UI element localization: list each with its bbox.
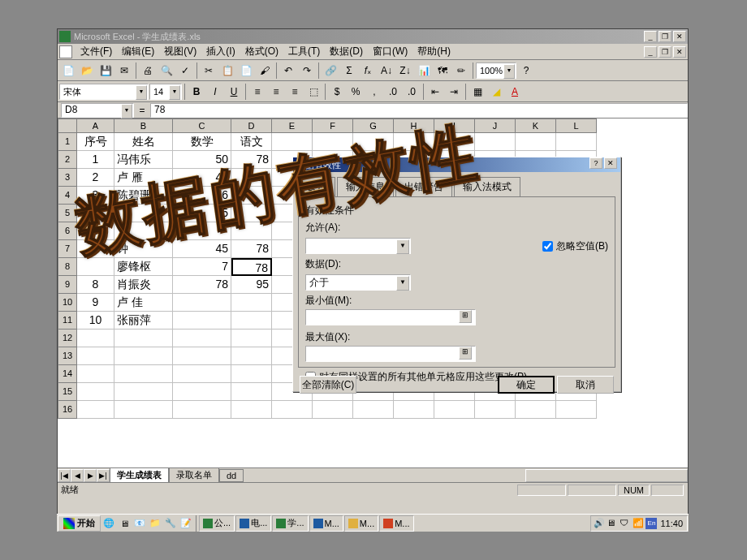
cell[interactable]: 3 <box>77 187 114 205</box>
header-cell[interactable]: 数学 <box>173 133 231 151</box>
font-color-button[interactable]: A <box>506 83 524 101</box>
align-center-button[interactable]: ≡ <box>267 83 285 101</box>
cell[interactable]: 陈碧珊 <box>114 187 173 205</box>
ok-button[interactable]: 确定 <box>498 376 555 394</box>
print-button[interactable]: 🖨 <box>139 62 157 80</box>
menu-insert[interactable]: 插入(I) <box>201 43 240 60</box>
cell[interactable]: 85 <box>173 205 231 222</box>
data-combo[interactable]: 介于 <box>305 274 411 291</box>
paste-button[interactable]: 📄 <box>237 62 255 80</box>
taskbar-task[interactable]: 学... <box>272 515 308 532</box>
comma-button[interactable]: , <box>365 83 383 101</box>
align-left-button[interactable]: ≡ <box>248 83 266 101</box>
cell[interactable] <box>475 401 516 419</box>
autosum-button[interactable]: Σ <box>340 62 358 80</box>
formula-bar[interactable]: 78 <box>150 103 688 118</box>
cell[interactable] <box>173 347 231 365</box>
col-header-C[interactable]: C <box>173 118 231 133</box>
cell[interactable]: 56 <box>173 187 231 205</box>
mail-button[interactable]: ✉ <box>115 62 133 80</box>
cell[interactable] <box>114 222 173 240</box>
menu-view[interactable]: 视图(V) <box>159 43 201 60</box>
max-input[interactable]: ⊞ <box>305 346 476 362</box>
chart-button[interactable]: 📊 <box>415 62 433 80</box>
col-header-I[interactable]: I <box>434 118 475 133</box>
col-header-E[interactable]: E <box>272 118 313 133</box>
cell[interactable] <box>173 294 231 312</box>
borders-button[interactable]: ▦ <box>468 83 486 101</box>
row-header[interactable]: 13 <box>58 347 77 365</box>
cell[interactable] <box>173 401 231 419</box>
minimize-button[interactable]: _ <box>644 31 657 42</box>
cell[interactable] <box>394 401 434 419</box>
fontsize-combo[interactable]: 14 <box>149 84 182 100</box>
cell[interactable]: 9 <box>77 294 114 312</box>
format-painter-button[interactable]: 🖌 <box>256 62 274 80</box>
tab-error-alert[interactable]: 出错警告 <box>395 177 452 196</box>
cell[interactable] <box>434 401 475 419</box>
cell[interactable]: 45 <box>173 169 231 187</box>
cell[interactable] <box>475 133 516 151</box>
percent-button[interactable]: % <box>347 83 365 101</box>
cell[interactable] <box>313 133 353 151</box>
menu-file[interactable]: 文件(F) <box>76 43 117 60</box>
quicklaunch-6[interactable]: 📝 <box>179 516 193 531</box>
cell[interactable] <box>77 330 114 347</box>
col-header-G[interactable]: G <box>353 118 394 133</box>
row-header[interactable]: 14 <box>58 365 77 383</box>
bold-button[interactable]: B <box>188 83 205 101</box>
row-header[interactable]: 8 <box>58 258 77 276</box>
tray-icon-2[interactable]: 🖥 <box>607 518 618 529</box>
row-header[interactable]: 9 <box>58 276 77 294</box>
col-header-K[interactable]: K <box>516 118 556 133</box>
cell[interactable] <box>556 133 597 151</box>
cell[interactable]: 廖锋枢 <box>114 258 173 276</box>
cell[interactable] <box>114 365 173 383</box>
cell[interactable] <box>231 401 272 419</box>
row-header[interactable]: 12 <box>58 330 77 347</box>
quicklaunch-5[interactable]: 🔧 <box>163 516 178 531</box>
cell[interactable] <box>231 383 272 401</box>
clear-all-button[interactable]: 全部清除(C) <box>300 376 356 394</box>
col-header-B[interactable]: B <box>114 118 173 133</box>
cell[interactable]: 冯伟乐 <box>114 151 173 169</box>
cell[interactable] <box>114 205 173 222</box>
cell[interactable] <box>231 294 272 312</box>
menu-edit[interactable]: 编辑(E) <box>117 43 159 60</box>
cell[interactable]: 张丽萍 <box>114 312 173 330</box>
menu-window[interactable]: 窗口(W) <box>368 43 412 60</box>
merge-button[interactable]: ⬚ <box>304 83 322 101</box>
cell[interactable] <box>231 312 272 330</box>
taskbar-task[interactable]: M... <box>379 515 413 532</box>
ignore-blank-checkbox[interactable]: 忽略空值(B) <box>542 239 608 253</box>
inc-indent-button[interactable]: ⇥ <box>445 83 463 101</box>
row-header[interactable]: 10 <box>58 294 77 312</box>
quicklaunch-desktop[interactable]: 🖥 <box>117 516 132 531</box>
start-button[interactable]: 开始 <box>58 515 101 532</box>
align-right-button[interactable]: ≡ <box>286 83 304 101</box>
quicklaunch-ie[interactable]: 🌐 <box>101 516 116 531</box>
col-header-A[interactable]: A <box>77 118 114 133</box>
sheet-tab-2[interactable]: 录取名单 <box>169 467 219 483</box>
zoom-combo[interactable]: 100% <box>476 62 516 79</box>
tab-input-message[interactable]: 输入信息 <box>337 177 394 196</box>
dialog-title-bar[interactable]: 数据有效性 ? ✕ <box>293 157 620 172</box>
cell[interactable] <box>173 222 231 240</box>
cell[interactable]: 8 <box>77 276 114 294</box>
italic-button[interactable]: I <box>206 83 224 101</box>
cell[interactable]: 10 <box>77 312 114 330</box>
cell[interactable] <box>231 347 272 365</box>
underline-button[interactable]: U <box>225 83 243 101</box>
sheet-nav-prev[interactable]: ◀ <box>71 469 84 482</box>
row-header[interactable]: 2 <box>58 151 77 169</box>
taskbar-task[interactable]: M... <box>344 515 378 532</box>
inc-decimal-button[interactable]: .0 <box>384 83 402 101</box>
tab-settings[interactable]: 设置 <box>298 177 335 197</box>
col-header-H[interactable]: H <box>394 118 434 133</box>
spell-button[interactable]: ✓ <box>176 62 194 80</box>
tab-ime[interactable]: 输入法模式 <box>454 177 520 196</box>
quicklaunch-4[interactable]: 📁 <box>148 516 162 531</box>
close-button[interactable]: ✕ <box>673 31 686 42</box>
row-header[interactable]: 6 <box>58 222 77 240</box>
dec-decimal-button[interactable]: .0 <box>403 83 421 101</box>
